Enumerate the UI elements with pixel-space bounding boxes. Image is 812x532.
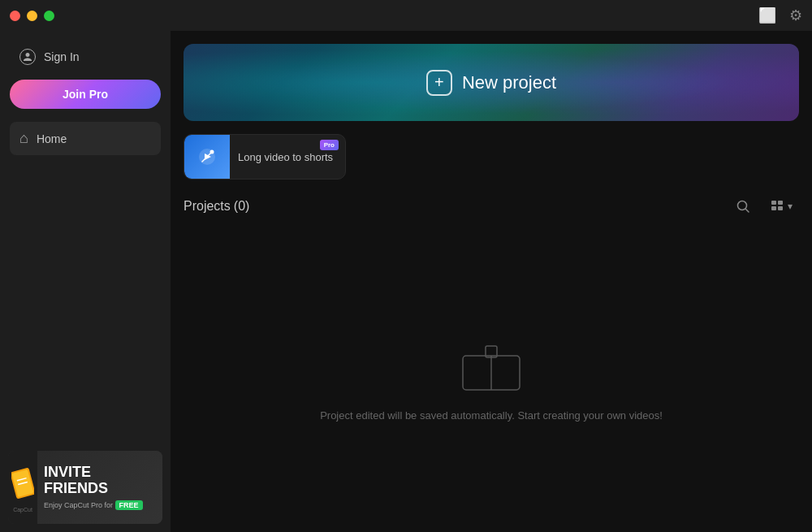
projects-count: (0): [234, 199, 250, 214]
capcut-logo-text: CapCut: [13, 507, 32, 513]
maximize-button[interactable]: [44, 11, 54, 21]
main-layout: Sign In Join Pro ⌂ Home: [0, 31, 812, 532]
pro-badge: Pro: [320, 140, 339, 150]
projects-title: Projects: [184, 199, 231, 214]
feature-cards: Long video to shorts Pro: [184, 134, 799, 179]
search-button[interactable]: [729, 192, 757, 220]
sidebar-item-home-label: Home: [37, 132, 67, 145]
settings-icon[interactable]: ⚙: [789, 6, 802, 24]
sidebar: Sign In Join Pro ⌂ Home: [0, 31, 171, 532]
sign-in-button[interactable]: Sign In: [10, 41, 161, 73]
new-project-content: + New project: [426, 70, 556, 96]
search-icon: [736, 199, 750, 214]
svg-rect-9: [778, 201, 783, 205]
chevron-down-icon: ▾: [788, 201, 793, 212]
invite-subtitle: Enjoy CapCut Pro for FREE: [44, 498, 156, 510]
grid-icon: [770, 199, 784, 214]
user-icon: [19, 49, 36, 65]
view-toggle-button[interactable]: ▾: [763, 194, 799, 218]
caption-icon[interactable]: ⬜: [758, 6, 776, 24]
svg-rect-10: [771, 206, 776, 210]
svg-rect-8: [771, 201, 776, 205]
invite-banner[interactable]: CapCut INVITEFRIENDS Enjoy CapCut Pro fo…: [8, 451, 162, 524]
invite-banner-logo: CapCut: [8, 451, 37, 524]
close-button[interactable]: [10, 11, 20, 21]
empty-state-icon: [447, 331, 536, 396]
invite-banner-content: INVITEFRIENDS Enjoy CapCut Pro for FREE: [37, 451, 162, 524]
projects-actions: ▾: [729, 192, 799, 220]
new-project-banner[interactable]: + New project: [184, 44, 799, 121]
svg-point-6: [738, 201, 747, 210]
sign-in-label: Sign In: [44, 50, 80, 63]
join-pro-label: Join Pro: [63, 88, 108, 101]
empty-state: Project edited will be saved automatical…: [184, 233, 799, 519]
new-project-label: New project: [462, 72, 556, 93]
svg-line-7: [746, 210, 749, 213]
invite-title: INVITEFRIENDS: [44, 465, 156, 497]
svg-point-5: [210, 150, 214, 154]
main-content: + New project Long video to shorts Pro: [171, 31, 812, 532]
sidebar-top: Sign In Join Pro: [10, 41, 161, 109]
ticket-icon: [11, 463, 34, 504]
sidebar-nav: ⌂ Home: [10, 122, 161, 155]
plus-icon: +: [426, 70, 452, 96]
long-video-label: Long video to shorts: [238, 151, 339, 163]
join-pro-button[interactable]: Join Pro: [10, 80, 161, 109]
projects-header: Projects (0): [184, 192, 799, 220]
svg-rect-11: [778, 206, 783, 210]
minimize-button[interactable]: [27, 11, 37, 21]
title-bar-actions: ⬜ ⚙: [758, 6, 802, 24]
home-icon: ⌂: [19, 130, 28, 147]
traffic-lights: [10, 11, 54, 21]
sidebar-item-home[interactable]: ⌂ Home: [10, 122, 161, 155]
long-video-icon: [184, 134, 230, 179]
long-video-to-shorts-card[interactable]: Long video to shorts Pro: [184, 134, 346, 179]
free-badge: FREE: [115, 500, 143, 510]
empty-state-message: Project edited will be saved automatical…: [320, 409, 663, 422]
projects-title-group: Projects (0): [184, 199, 249, 214]
title-bar: ⬜ ⚙: [0, 0, 812, 31]
projects-section: Projects (0): [184, 192, 799, 519]
